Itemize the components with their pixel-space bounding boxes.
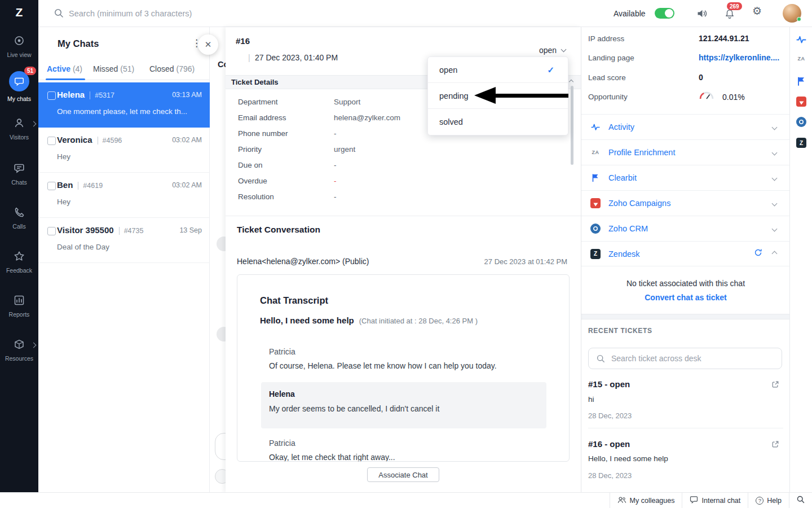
sidebar-item-visitors[interactable]: Visitors	[0, 116, 38, 141]
my-chats-icon: 51	[9, 71, 29, 91]
ticket-status-dropdown[interactable]: open	[539, 46, 566, 55]
sidebar-item-feedback[interactable]: Feedback	[0, 249, 38, 274]
app-window: Z Live view 51 My chats Visitors	[0, 0, 812, 508]
chat-checkbox[interactable]	[47, 137, 56, 145]
zendesk-strip-icon[interactable]: Z	[796, 138, 806, 148]
chat-checkbox[interactable]	[47, 182, 56, 190]
annotation-arrow-head	[474, 87, 496, 104]
people-icon	[617, 496, 626, 505]
list-divider	[588, 428, 783, 428]
external-link-icon[interactable]	[771, 380, 779, 391]
profile-enrichment-icon: ZA	[590, 147, 601, 157]
external-link-icon[interactable]	[771, 440, 779, 450]
chevron-down-icon	[772, 200, 778, 206]
ticket-search-input[interactable]	[611, 352, 775, 365]
panel-title: My Chats	[58, 38, 99, 49]
tab-active[interactable]: Active (4)	[47, 64, 82, 73]
section-profile-enrichment[interactable]: ZA Profile Enrichment	[581, 139, 790, 165]
divider-bar: |	[248, 53, 250, 62]
tab-count: (796)	[176, 64, 195, 73]
close-modal-button[interactable]: ✕	[198, 34, 218, 55]
message-author: Patricia	[269, 347, 295, 356]
recent-ticket-title[interactable]: #15 - open	[588, 379, 630, 389]
availability-toggle[interactable]	[655, 8, 674, 19]
zoho-crm-strip-icon[interactable]	[796, 117, 806, 127]
sidebar-item-calls[interactable]: Calls	[0, 205, 38, 230]
profile-enrichment-strip-icon[interactable]: ZA	[795, 56, 808, 62]
status-option-open[interactable]: open ✓	[428, 57, 568, 83]
message-author: Helena	[269, 389, 295, 398]
section-label: Zendesk	[608, 249, 640, 259]
sound-icon[interactable]	[696, 7, 708, 22]
sidebar-item-chats[interactable]: Chats	[0, 161, 38, 186]
chat-row-ben[interactable]: Ben #4619 03:02 AM Hey	[38, 173, 210, 218]
tab-active-underline	[46, 78, 85, 80]
sidebar-item-reports[interactable]: Reports	[0, 294, 38, 318]
detail-label: Email address	[238, 113, 286, 122]
settings-gear-icon[interactable]: ⚙	[752, 6, 762, 16]
zendesk-empty-text: No ticket associated with this chat	[581, 279, 790, 288]
chat-row-helena[interactable]: Helena #5317 03:13 AM One moment please,…	[38, 82, 210, 128]
tab-closed[interactable]: Closed (796)	[149, 64, 195, 73]
calls-icon	[12, 205, 26, 219]
section-divider	[226, 216, 581, 216]
section-clearbit[interactable]: Clearbit	[581, 165, 790, 190]
tab-label: Missed	[93, 64, 118, 73]
recent-ticket-title[interactable]: #16 - open	[588, 439, 630, 449]
detail-label: Overdue	[238, 177, 267, 185]
chat-preview: One moment please, let me check th...	[57, 107, 187, 116]
internal-chat-button[interactable]: Internal chat	[682, 493, 748, 508]
transcript-question: Hello, I need some help	[260, 316, 354, 325]
section-zoho-campaigns[interactable]: Zoho Campaigns	[581, 190, 790, 216]
bottom-bar-label: Help	[767, 497, 782, 505]
zendesk-icon: Z	[590, 249, 601, 259]
sidebar-item-resources[interactable]: Resources	[0, 338, 38, 362]
chat-checkbox[interactable]	[47, 91, 56, 100]
recent-tickets-title: RECENT TICKETS	[588, 327, 652, 335]
my-colleagues-button[interactable]: My colleagues	[610, 493, 682, 508]
toggle-knob	[665, 9, 673, 17]
help-button[interactable]: ? Help	[748, 493, 789, 508]
chat-checkbox[interactable]	[47, 227, 56, 235]
activity-strip-icon[interactable]	[796, 34, 807, 45]
close-icon: ✕	[205, 40, 212, 50]
status-option-label: pending	[439, 91, 469, 100]
convert-chat-link[interactable]: Convert chat as ticket	[581, 293, 790, 302]
detail-value: -	[334, 129, 337, 138]
bottom-bar-label: My colleagues	[630, 497, 675, 505]
sidebar-item-my-chats[interactable]: 51 My chats	[0, 71, 38, 102]
resources-icon	[12, 338, 26, 351]
sidebar-item-label: My chats	[7, 95, 31, 102]
landing-page-link[interactable]: https://zylkeronline....	[699, 53, 784, 62]
chat-count-badge: 51	[24, 67, 36, 75]
message-author: Patricia	[269, 439, 295, 448]
detail-value-overdue: -	[334, 177, 337, 185]
section-zendesk[interactable]: Z Zendesk	[581, 241, 790, 266]
refresh-icon[interactable]	[754, 248, 762, 259]
chevron-down-icon	[561, 47, 567, 52]
chat-preview: Hey	[57, 198, 70, 206]
bottom-search-button[interactable]	[789, 493, 812, 508]
expand-chevron-icon	[31, 121, 37, 127]
tab-missed[interactable]: Missed (51)	[93, 64, 134, 73]
scrollbar-thumb[interactable]	[571, 86, 573, 165]
associate-chat-button[interactable]: Associate Chat	[367, 467, 439, 482]
status-option-solved[interactable]: solved	[428, 109, 568, 135]
clearbit-strip-icon[interactable]	[796, 76, 807, 87]
chat-id: #4619	[78, 182, 103, 190]
chat-name: Veronica	[57, 135, 92, 144]
transcript-initiated: (Chat initiated at : 28 Dec, 4:26 PM )	[359, 317, 478, 325]
ticket-datetime: 27 Dec 2023, 01:40 PM	[255, 53, 338, 62]
chat-id: #4596	[98, 137, 122, 144]
chat-row-veronica[interactable]: Veronica #4596 03:02 AM Hey	[38, 128, 210, 173]
section-activity[interactable]: Activity	[581, 114, 790, 139]
zoho-campaigns-strip-icon[interactable]	[796, 97, 806, 107]
section-zoho-crm[interactable]: Zoho CRM	[581, 216, 790, 241]
opportunity-gauge-icon	[699, 90, 714, 102]
detail-label: Department	[238, 98, 278, 106]
lead-score-value: 0	[699, 73, 703, 82]
chat-row-visitor[interactable]: Visitor 395500 #4735 13 Sep Deal of the …	[38, 218, 210, 263]
sidebar-item-live-view[interactable]: Live view	[0, 34, 38, 58]
search-input[interactable]	[69, 7, 306, 20]
notifications-bell-icon[interactable]	[724, 8, 735, 22]
